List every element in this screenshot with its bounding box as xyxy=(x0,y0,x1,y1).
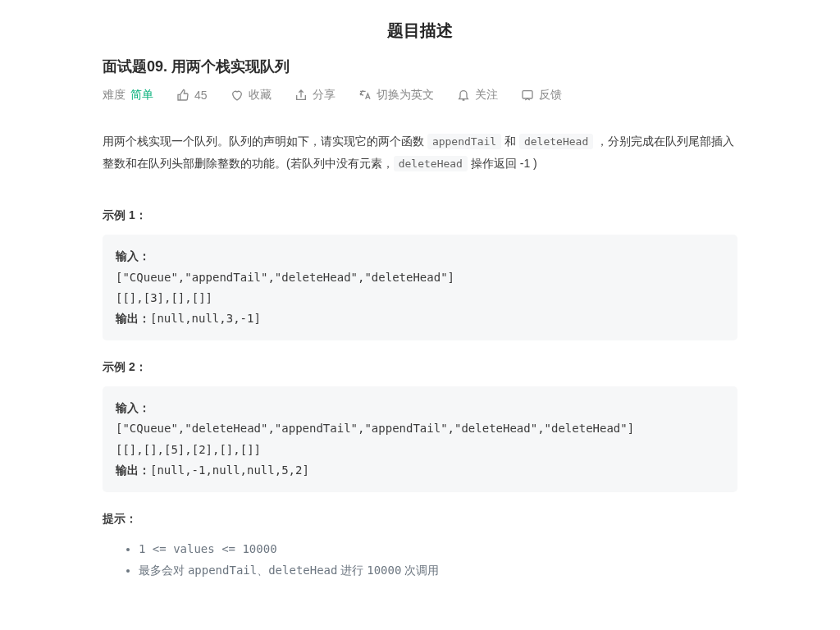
example-line: ["CQueue","deleteHead","appendTail","app… xyxy=(116,422,634,435)
likes-button[interactable]: 45 xyxy=(176,89,208,102)
hints-list: 1 <= values <= 10000 最多会对 appendTail、del… xyxy=(103,538,737,582)
thumbs-up-icon xyxy=(176,89,189,102)
example2-block: 输入： ["CQueue","deleteHead","appendTail",… xyxy=(103,386,737,492)
desc-text: 操作返回 -1 ) xyxy=(468,157,537,170)
favorite-label: 收藏 xyxy=(249,88,272,103)
difficulty-value: 简单 xyxy=(130,88,153,103)
page-heading: 题目描述 xyxy=(0,0,840,57)
example-line: [[],[3],[],[]] xyxy=(116,291,212,304)
difficulty-label: 难度 xyxy=(103,88,126,103)
share-icon xyxy=(294,89,308,102)
meta-row: 难度 简单 45 收藏 分享 切换为英文 关注 反馈 xyxy=(103,88,737,103)
example-line: [null,null,3,-1] xyxy=(150,312,261,325)
example-line: [[],[],[5],[2],[],[]] xyxy=(116,443,261,456)
hint-code: 1 <= values <= 10000 xyxy=(139,542,277,555)
hint-code: appendTail、deleteHead xyxy=(188,564,338,577)
heart-icon xyxy=(231,89,244,102)
share-button[interactable]: 分享 xyxy=(294,88,336,103)
follow-button[interactable]: 关注 xyxy=(457,88,498,103)
feedback-button[interactable]: 反馈 xyxy=(521,88,562,103)
difficulty: 难度 简单 xyxy=(103,88,153,103)
hint-text: 最多会对 xyxy=(139,564,188,577)
hint-text: 次调用 xyxy=(401,564,439,577)
problem-title: 面试题09. 用两个栈实现队列 xyxy=(103,57,737,76)
example2-label: 示例 2： xyxy=(103,360,737,375)
code-deletehead: deleteHead xyxy=(394,156,468,171)
switch-lang-label: 切换为英文 xyxy=(377,88,434,103)
input-label: 输入： xyxy=(116,401,150,414)
follow-label: 关注 xyxy=(475,88,498,103)
output-label: 输出： xyxy=(116,312,150,325)
translate-icon xyxy=(358,89,372,102)
hint-code: 10000 xyxy=(367,564,401,577)
hint-text: 进行 xyxy=(337,564,367,577)
feedback-label: 反馈 xyxy=(539,88,562,103)
example-line: [null,-1,null,null,5,2] xyxy=(150,463,309,477)
switch-lang-button[interactable]: 切换为英文 xyxy=(358,88,434,103)
example1-label: 示例 1： xyxy=(103,208,737,223)
output-label: 输出： xyxy=(116,463,150,477)
problem-description: 用两个栈实现一个队列。队列的声明如下，请实现它的两个函数 appendTail … xyxy=(103,130,737,174)
example1-block: 输入： ["CQueue","appendTail","deleteHead",… xyxy=(103,235,737,340)
code-appendtail: appendTail xyxy=(427,134,501,149)
example-line: ["CQueue","appendTail","deleteHead","del… xyxy=(116,271,454,284)
svg-rect-0 xyxy=(523,91,532,98)
desc-text: 用两个栈实现一个队列。队列的声明如下，请实现它的两个函数 xyxy=(103,135,427,148)
hints-label: 提示： xyxy=(103,512,737,527)
likes-count: 45 xyxy=(194,89,208,102)
desc-text: 和 xyxy=(501,135,519,148)
share-label: 分享 xyxy=(313,88,336,103)
bell-icon xyxy=(457,89,470,102)
feedback-icon xyxy=(521,89,534,102)
hint-item: 最多会对 appendTail、deleteHead 进行 10000 次调用 xyxy=(139,559,737,582)
content-area: 面试题09. 用两个栈实现队列 难度 简单 45 收藏 分享 切换为英文 关注 … xyxy=(0,57,840,582)
code-deletehead: deleteHead xyxy=(519,134,593,149)
input-label: 输入： xyxy=(116,249,150,262)
favorite-button[interactable]: 收藏 xyxy=(231,88,272,103)
hint-item: 1 <= values <= 10000 xyxy=(139,538,737,560)
